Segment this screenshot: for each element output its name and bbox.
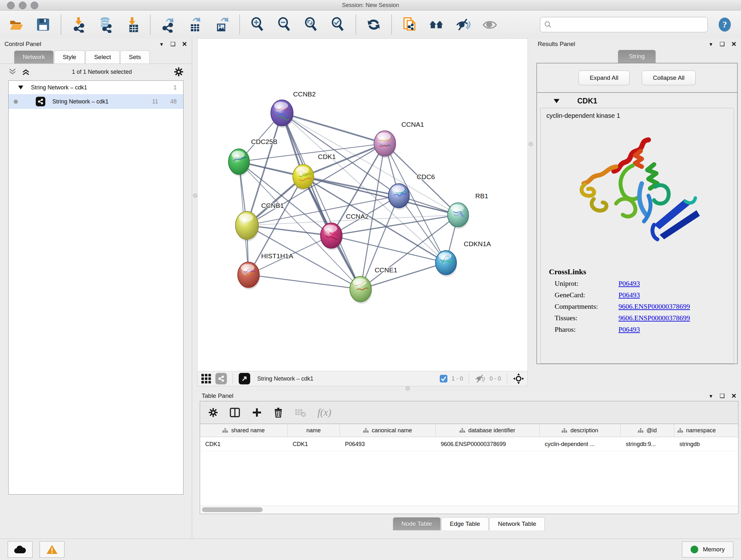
table-panel-menu-icon[interactable]: ▼ xyxy=(709,393,713,399)
search-input[interactable] xyxy=(554,21,704,28)
gear-icon[interactable] xyxy=(174,67,184,77)
crosslink-link[interactable]: P06493 xyxy=(618,291,640,299)
column-header-canonical-name[interactable]: canonical name xyxy=(340,424,435,437)
memory-button[interactable]: Memory xyxy=(682,542,733,557)
network-edge[interactable] xyxy=(360,263,446,289)
network-edge[interactable] xyxy=(282,113,385,144)
table-panel-close-icon[interactable]: ✕ xyxy=(731,392,737,400)
network-node-CDK1[interactable] xyxy=(293,165,314,191)
tree-expander-icon[interactable] xyxy=(18,85,23,89)
right-splitter[interactable] xyxy=(528,38,533,390)
network-node-CDC25B[interactable] xyxy=(228,149,250,176)
save-session-button[interactable] xyxy=(35,17,51,33)
network-graph[interactable]: CCNB2CCNA1CDC25BCDK1CDC6RB1CCNB1CCNA2CDK… xyxy=(198,39,528,371)
network-edge[interactable] xyxy=(282,113,458,215)
crosslink-link[interactable]: 9606.ENSP00000378699 xyxy=(618,302,690,311)
add-column-icon[interactable] xyxy=(252,408,262,418)
help-button[interactable]: ? xyxy=(717,17,733,33)
table-cell[interactable]: 9606.ENSP00000378699 xyxy=(435,437,540,451)
control-panel-float-icon[interactable]: ❑ xyxy=(171,41,176,48)
table-cell[interactable]: CDK1 xyxy=(287,437,340,451)
tab-edge-table[interactable]: Edge Table xyxy=(441,517,489,530)
table-row[interactable]: CDK1CDK1P064939606.ENSP00000378699cyclin… xyxy=(200,437,738,451)
crosslink-link[interactable]: 9606.ENSP00000378699 xyxy=(618,314,690,322)
network-edge[interactable] xyxy=(331,236,446,263)
horizontal-splitter[interactable] xyxy=(197,386,528,390)
expand-all-icon[interactable] xyxy=(22,68,30,76)
table-cell[interactable]: P06493 xyxy=(340,437,435,451)
collapse-all-icon[interactable] xyxy=(8,68,17,76)
zoom-in-button[interactable] xyxy=(250,17,266,33)
results-panel-close-icon[interactable]: ✕ xyxy=(731,40,737,48)
column-header-shared-name[interactable]: shared name xyxy=(200,424,287,437)
network-node-CCNA2[interactable] xyxy=(320,223,343,250)
expand-all-button[interactable]: Expand All xyxy=(579,71,630,85)
network-row[interactable]: String Network – cdk1 11 48 xyxy=(9,94,183,109)
table-cell[interactable]: stringdb:9... xyxy=(621,437,674,451)
left-splitter[interactable] xyxy=(192,38,197,539)
column-header-description[interactable]: description xyxy=(540,424,621,437)
crosslink-link[interactable]: P06493 xyxy=(618,279,640,288)
network-node-CDC6[interactable] xyxy=(388,184,410,210)
tab-network-table[interactable]: Network Table xyxy=(489,517,545,530)
control-panel-close-icon[interactable]: ✕ xyxy=(182,40,187,48)
network-node-RB1[interactable] xyxy=(448,203,469,229)
warnings-button[interactable] xyxy=(40,541,64,558)
network-node-CCNA1[interactable] xyxy=(374,131,396,158)
network-node-CDKN1A[interactable] xyxy=(435,251,457,277)
tab-string[interactable]: String xyxy=(618,50,656,63)
selected-checkbox-icon[interactable] xyxy=(440,374,448,383)
zoom-out-button[interactable] xyxy=(276,17,292,33)
cloud-button[interactable] xyxy=(8,541,32,558)
birds-eye-view-icon[interactable] xyxy=(239,373,250,384)
hide-selected-button[interactable] xyxy=(455,17,471,33)
show-all-button[interactable] xyxy=(482,17,498,33)
network-node-HIST1H1A[interactable] xyxy=(238,262,260,290)
entry-expander-icon[interactable] xyxy=(554,99,559,103)
tab-node-table[interactable]: Node Table xyxy=(393,517,441,530)
column-header--id[interactable]: @id xyxy=(621,424,674,437)
table-horizontal-scrollbar[interactable] xyxy=(200,506,738,514)
close-window-button[interactable] xyxy=(7,2,15,9)
tab-select[interactable]: Select xyxy=(85,51,120,64)
table-gear-icon[interactable] xyxy=(208,408,218,417)
table-panel-float-icon[interactable]: ❑ xyxy=(720,392,725,399)
network-node-CCNE1[interactable] xyxy=(350,276,372,304)
column-header-database-identifier[interactable]: database identifier xyxy=(435,424,540,437)
apply-layout-button[interactable] xyxy=(366,17,382,33)
collapse-all-button[interactable]: Collapse All xyxy=(642,71,696,85)
import-network-from-database-button[interactable] xyxy=(98,17,114,33)
import-table-button[interactable] xyxy=(125,17,140,33)
zoom-selected-button[interactable] xyxy=(330,17,346,33)
tab-style[interactable]: Style xyxy=(54,51,85,64)
network-node-CCNB2[interactable] xyxy=(271,100,294,128)
pan-crosshair-icon[interactable] xyxy=(513,373,524,384)
column-header-namespace[interactable]: namespace xyxy=(674,424,738,437)
network-canvas[interactable]: CCNB2CCNA1CDC25BCDK1CDC6RB1CCNB1CCNA2CDK… xyxy=(197,38,528,371)
table-cell[interactable]: CDK1 xyxy=(200,437,287,451)
control-panel-menu-icon[interactable]: ▼ xyxy=(159,42,164,47)
export-image-button[interactable] xyxy=(214,17,230,33)
network-edge[interactable] xyxy=(282,113,360,289)
network-edge[interactable] xyxy=(247,226,331,236)
zoom-fit-button[interactable] xyxy=(303,17,319,33)
crosslink-link[interactable]: P06493 xyxy=(618,325,640,334)
export-table-button[interactable] xyxy=(187,17,203,33)
search-box[interactable] xyxy=(540,17,708,32)
tab-sets[interactable]: Sets xyxy=(120,51,150,64)
results-panel-menu-icon[interactable]: ▼ xyxy=(709,42,713,47)
network-node-CCNB1[interactable] xyxy=(235,211,259,241)
network-view-icon[interactable] xyxy=(215,373,227,384)
delete-column-icon[interactable] xyxy=(273,408,283,418)
table-cell[interactable]: stringdb xyxy=(674,437,738,451)
import-network-button[interactable] xyxy=(71,17,87,33)
clone-network-button[interactable] xyxy=(401,17,417,33)
tab-network[interactable]: Network xyxy=(14,51,54,64)
open-session-button[interactable] xyxy=(8,17,24,33)
maximize-window-button[interactable] xyxy=(30,2,38,9)
table-cell[interactable]: cyclin-dependent ... xyxy=(540,437,621,451)
column-header-name[interactable]: name xyxy=(287,424,340,437)
first-neighbors-button[interactable] xyxy=(428,17,444,33)
network-collection-row[interactable]: String Network – cdk1 1 xyxy=(9,81,183,94)
scrollbar-thumb[interactable] xyxy=(202,507,263,512)
